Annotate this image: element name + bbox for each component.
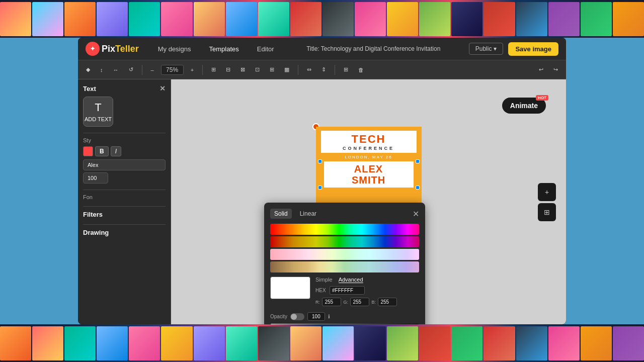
style-label: Sty	[83, 137, 166, 143]
nav-templates[interactable]: Templates	[205, 43, 243, 55]
add-text-button[interactable]: T ADD TEXT	[83, 97, 113, 127]
picker-close-btn[interactable]: ✕	[413, 209, 419, 219]
g-input[interactable]	[350, 298, 369, 306]
swatch-gradient-row-1[interactable]	[270, 224, 419, 235]
align-center-btn[interactable]: ⊟	[223, 65, 233, 74]
redo-btn[interactable]: ↪	[550, 65, 561, 74]
toolbar-sep-3	[298, 65, 298, 75]
bg-thumb-19	[581, 2, 612, 36]
simple-tab[interactable]: Simple	[315, 277, 333, 283]
color-swatch-red[interactable]	[83, 146, 93, 156]
bg-btm-thumb-13	[387, 326, 418, 360]
bg-btm-thumb-17	[516, 326, 547, 360]
picker-preview-row: Simple Advanced HEX R:	[270, 277, 419, 308]
card-name-line1: ALEX	[329, 163, 409, 174]
zoom-out-small-btn[interactable]: –	[148, 65, 157, 74]
card-top-area: TECH CONFERENCE LONDON, MAY 26	[316, 127, 422, 159]
flip-vertical-btn[interactable]: ⇕	[318, 65, 329, 74]
italic-button[interactable]: I	[111, 146, 121, 156]
divider-2	[83, 190, 166, 190]
filters-label: Filters	[83, 211, 166, 218]
r-label: R:	[315, 300, 320, 305]
toolbar-sep-1	[142, 65, 142, 75]
card-location-text: LONDON, MAY 26	[321, 155, 417, 159]
bg-thumb-8	[226, 2, 257, 36]
bg-btm-thumb-4	[97, 326, 128, 360]
b-input[interactable]	[378, 298, 397, 306]
nav-editor[interactable]: Editor	[253, 43, 278, 55]
bold-button[interactable]: B	[95, 146, 109, 156]
delete-btn[interactable]: 🗑	[355, 65, 367, 74]
animate-label: Animate	[510, 102, 538, 110]
swatch-gradient-row-4[interactable]	[270, 261, 419, 273]
bg-thumb-2	[32, 2, 63, 36]
align-left-btn[interactable]: ⊞	[208, 65, 219, 74]
align-top-btn[interactable]: ⊡	[252, 65, 263, 74]
style-row: B I	[83, 146, 166, 156]
opacity-row: Opacity ℹ	[270, 312, 419, 321]
sel-handle-br[interactable]	[416, 186, 420, 190]
drawing-section: Drawing	[83, 229, 166, 236]
add-frame-btn[interactable]: ⊞	[341, 65, 351, 74]
divider-4	[83, 224, 166, 225]
swatch-gradient-row-2[interactable]	[270, 236, 419, 247]
nav-my-designs[interactable]: My designs	[154, 43, 195, 55]
save-image-button[interactable]: Save image	[508, 42, 558, 56]
add-text-label: ADD TEXT	[85, 116, 112, 122]
logo-pix-text: Pix	[102, 44, 115, 54]
stack-btn[interactable]: ⊞	[538, 203, 556, 221]
text-label: Text	[83, 85, 96, 93]
move-horizontal-btn[interactable]: ↔	[110, 65, 122, 74]
text-input-field[interactable]	[83, 159, 166, 170]
picker-tab-linear[interactable]: Linear	[296, 209, 320, 219]
drawing-label: Drawing	[83, 229, 166, 236]
card-tech-text: TECH	[325, 133, 413, 146]
width-input-field[interactable]	[83, 172, 108, 184]
sel-handle-tr[interactable]	[416, 159, 420, 163]
rotate-btn[interactable]: ↺	[126, 65, 136, 74]
bg-thumb-11	[323, 2, 354, 36]
opacity-label: Opacity	[270, 314, 287, 319]
bg-btm-thumb-16	[484, 326, 515, 360]
bg-thumb-13	[387, 2, 418, 36]
bg-thumb-14	[419, 2, 450, 36]
text-section-close[interactable]: ✕	[159, 84, 166, 93]
toolbar-sep-4	[335, 65, 335, 75]
swatch-gradient-row-3[interactable]	[270, 249, 419, 260]
opacity-input[interactable]	[307, 312, 325, 321]
gray-gradient-row[interactable]	[270, 324, 419, 324]
swatch-grid	[270, 224, 419, 273]
align-bottom-btn[interactable]: ▦	[281, 65, 292, 74]
align-middle-btn[interactable]: ⊞	[267, 65, 277, 74]
header-right: Public ▾ Save image	[469, 42, 558, 56]
align-right-btn[interactable]: ⊠	[237, 65, 248, 74]
title-label: Title:	[306, 45, 319, 52]
picker-tab-solid[interactable]: Solid	[270, 209, 292, 219]
bg-btm-thumb-19	[581, 326, 612, 360]
hex-input[interactable]	[330, 286, 365, 295]
animate-button[interactable]: Animate HOT	[502, 98, 546, 114]
add-element-btn[interactable]: +	[538, 183, 556, 201]
move-vertical-btn[interactable]: ↕	[97, 65, 106, 74]
bg-thumb-18	[548, 2, 580, 36]
undo-btn[interactable]: ↩	[536, 65, 546, 74]
advanced-tab[interactable]: Advanced	[339, 277, 363, 283]
title-value: Technology and Digital Conference Invita…	[321, 45, 440, 52]
flip-horizontal-btn[interactable]: ⇔	[304, 65, 314, 74]
sel-handle-bl[interactable]	[318, 186, 322, 190]
bg-btm-thumb-8	[226, 326, 257, 360]
opacity-toggle[interactable]	[290, 313, 304, 320]
g-group: G:	[343, 297, 369, 306]
card-conference-text: CONFERENCE	[325, 146, 413, 151]
shape-tool-btn[interactable]: ◆	[83, 65, 93, 74]
r-group: R:	[315, 297, 341, 306]
bg-btm-thumb-15	[451, 326, 482, 360]
r-input[interactable]	[322, 298, 341, 306]
sel-handle-tl[interactable]	[318, 159, 322, 163]
visibility-button[interactable]: Public ▾	[469, 43, 504, 55]
opacity-unit: ℹ	[328, 314, 330, 319]
zoom-in-small-btn[interactable]: +	[188, 65, 197, 74]
card-title-box: TECH CONFERENCE	[321, 131, 417, 153]
bg-thumb-4	[97, 2, 128, 36]
bg-btm-thumb-1	[0, 326, 31, 360]
